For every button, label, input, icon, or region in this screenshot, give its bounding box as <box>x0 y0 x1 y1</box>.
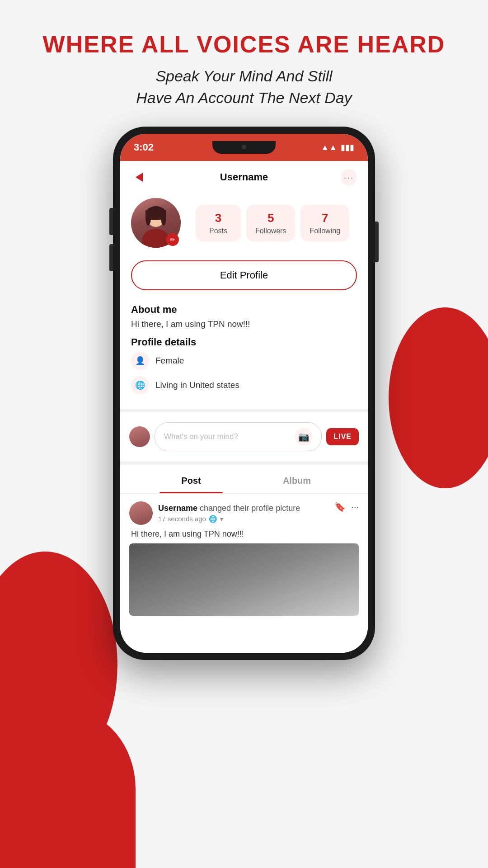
phone-frame-wrapper: 3:02 ▲▲ ▮▮▮ Username ··· <box>0 127 488 660</box>
following-label: Following <box>310 227 340 235</box>
location-detail-row: 🌐 Living in United states <box>131 376 357 394</box>
posts-label: Posts <box>205 227 232 235</box>
app-content: Username ··· <box>120 161 368 653</box>
post-actions-right: 🔖 ··· <box>334 501 359 512</box>
page-title: WHERE ALL VOICES ARE HEARD <box>0 32 488 57</box>
content-tabs: Post Album <box>120 468 368 494</box>
profile-stats-row: ✏ 3 Posts 5 Followers 7 <box>120 193 368 257</box>
power-button <box>375 222 379 262</box>
nav-username-label: Username <box>220 171 268 183</box>
avatar-head <box>147 210 164 227</box>
live-button[interactable]: LIVE <box>326 428 359 445</box>
post-text-info: Username changed their profile picture 1… <box>158 504 300 523</box>
avatar-hair-right <box>161 210 166 226</box>
post-header: Username changed their profile picture 1… <box>129 501 359 525</box>
camera-icon[interactable]: 📷 <box>295 428 312 445</box>
followers-count: 5 <box>255 211 286 225</box>
phone-notch <box>212 141 276 154</box>
status-time: 3:02 <box>134 142 154 153</box>
post-dropdown-arrow[interactable]: ▾ <box>220 515 223 523</box>
avatar-wrapper: ✏ <box>131 198 181 248</box>
status-icons: ▲▲ ▮▮▮ <box>321 142 354 152</box>
battery-icon: ▮▮▮ <box>341 142 354 152</box>
page-header: WHERE ALL VOICES ARE HEARD Speak Your Mi… <box>0 0 488 122</box>
post-username-line: Username changed their profile picture <box>158 504 300 513</box>
tab-post[interactable]: Post <box>138 468 244 493</box>
back-arrow-icon <box>136 173 143 182</box>
about-title: About me <box>131 304 357 316</box>
globe-icon: 🌐 <box>135 380 145 390</box>
section-divider-1 <box>120 409 368 412</box>
back-button[interactable] <box>131 169 147 185</box>
post-action-text: changed their profile picture <box>200 504 300 513</box>
post-username: Username <box>158 504 197 513</box>
edit-profile-button[interactable]: Edit Profile <box>131 260 357 290</box>
post-time: 17 seconds ago <box>158 515 206 523</box>
pencil-icon: ✏ <box>170 236 175 243</box>
phone-screen: 3:02 ▲▲ ▮▮▮ Username ··· <box>120 134 368 653</box>
following-stat[interactable]: 7 Following <box>300 205 349 241</box>
location-text: Living in United states <box>155 380 239 390</box>
wifi-icon: ▲▲ <box>321 143 337 152</box>
edit-avatar-badge[interactable]: ✏ <box>166 233 179 246</box>
person-icon: 👤 <box>135 356 145 366</box>
followers-stat[interactable]: 5 Followers <box>246 205 295 241</box>
page-subtitle: Speak Your Mind And Still Have An Accoun… <box>0 66 488 108</box>
section-divider-2 <box>120 461 368 465</box>
about-text: Hi there, I am using TPN now!!! <box>131 319 357 329</box>
more-options-button[interactable]: ··· <box>341 169 357 185</box>
stats-container: 3 Posts 5 Followers 7 Following <box>188 205 357 241</box>
subtitle-line2: Have An Account The Next Day <box>136 89 352 106</box>
avatar-body <box>142 229 169 248</box>
front-camera <box>242 145 246 149</box>
subtitle-line1: Speak Your Mind And Still <box>155 67 332 85</box>
volume-down-button <box>109 244 113 271</box>
posts-stat[interactable]: 3 Posts <box>196 205 241 241</box>
post-user-info: Username changed their profile picture 1… <box>129 501 300 525</box>
bookmark-icon[interactable]: 🔖 <box>334 501 346 512</box>
gender-icon: 👤 <box>131 352 149 370</box>
mini-avatar <box>129 426 150 447</box>
following-count: 7 <box>310 211 340 225</box>
bg-decoration-bottom <box>0 710 136 868</box>
avatar-hair-left <box>145 210 151 226</box>
top-navigation: Username ··· <box>120 161 368 193</box>
post-time-row: 17 seconds ago 🌐 ▾ <box>158 515 300 523</box>
location-icon: 🌐 <box>131 376 149 394</box>
post-item: Username changed their profile picture 1… <box>120 494 368 623</box>
post-more-icon[interactable]: ··· <box>351 502 359 512</box>
mind-placeholder-text: What's on your mind? <box>164 432 238 441</box>
followers-label: Followers <box>255 227 286 235</box>
post-globe-icon: 🌐 <box>209 515 217 523</box>
posts-count: 3 <box>205 211 232 225</box>
about-section: About me Hi there, I am using TPN now!!!… <box>120 299 368 405</box>
more-dots-icon: ··· <box>344 172 354 183</box>
volume-up-button <box>109 208 113 235</box>
post-user-avatar <box>129 501 153 525</box>
profile-details-title: Profile details <box>131 336 357 348</box>
mind-input-field[interactable]: What's on your mind? 📷 <box>155 422 322 451</box>
mind-input-row: What's on your mind? 📷 LIVE <box>120 416 368 458</box>
post-body-text: Hi there, I am using TPN now!!! <box>129 529 359 539</box>
gender-text: Female <box>155 356 184 366</box>
post-image <box>129 543 359 616</box>
tab-album[interactable]: Album <box>244 468 350 493</box>
mini-avatar-img <box>129 426 150 447</box>
gender-detail-row: 👤 Female <box>131 352 357 370</box>
phone-frame: 3:02 ▲▲ ▮▮▮ Username ··· <box>113 127 375 660</box>
